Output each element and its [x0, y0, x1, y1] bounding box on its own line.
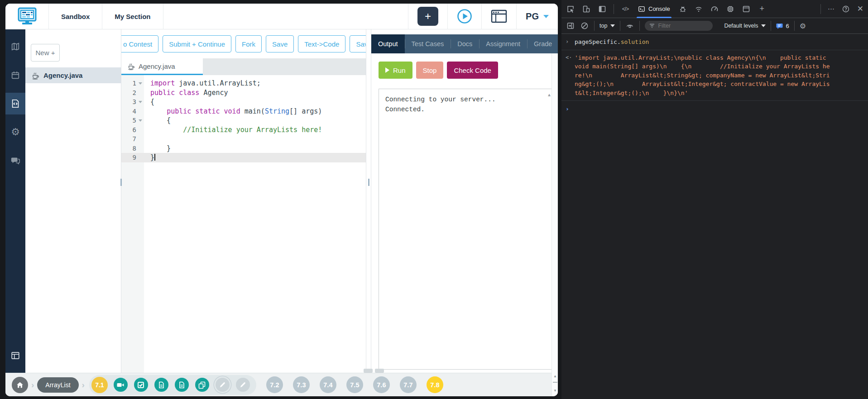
more-options-icon[interactable]: ⋯	[828, 5, 834, 13]
console-result-row[interactable]: <· 'import java.util.ArrayList;\npublic …	[561, 50, 868, 101]
code-area[interactable]: 1import java.util.ArrayList;2public clas…	[121, 75, 366, 373]
performance-gauge-icon[interactable]	[710, 5, 719, 14]
lesson-badge-7-5[interactable]: 7.5	[346, 376, 363, 393]
tab-console[interactable]: Console	[637, 0, 671, 18]
home-button[interactable]	[12, 377, 28, 393]
sidebar-item-map[interactable]	[5, 36, 25, 57]
pencil-icon[interactable]	[236, 378, 250, 392]
scroll-up-icon[interactable]: ▲	[552, 374, 558, 378]
editor-toolbar-submit-continue-button[interactable]: Submit + Continue	[163, 35, 231, 52]
output-tab-test-cases[interactable]: Test Cases	[405, 34, 451, 53]
clear-console-icon[interactable]	[580, 21, 589, 30]
editor-toolbar-text-code-button[interactable]: Text->Code	[298, 35, 345, 52]
h-scroll-handle[interactable]	[375, 369, 384, 373]
document-icon[interactable]	[175, 378, 189, 392]
browser-window-icon[interactable]	[491, 9, 507, 24]
codehs-logo[interactable]	[5, 4, 49, 29]
console-prompt[interactable]: ›	[561, 101, 868, 116]
scroll-down-icon[interactable]: ▼	[552, 389, 558, 393]
console-settings-gear-icon[interactable]: ⚙	[800, 22, 806, 30]
lesson-badge-7-1[interactable]: 7.1	[91, 377, 108, 393]
editor-toolbar-save-button[interactable]: Save	[266, 35, 294, 52]
run-button[interactable]: Run	[379, 62, 412, 79]
editor-toolbar-save-button[interactable]: Save	[350, 35, 366, 52]
output-tab-docs[interactable]: Docs	[451, 34, 479, 53]
sidebar-item-calendar[interactable]	[5, 64, 25, 86]
tab-sandbox[interactable]: Sandbox	[49, 4, 102, 29]
video-icon[interactable]	[114, 378, 128, 392]
output-tab-grade[interactable]: Grade	[527, 34, 558, 53]
copy-icon[interactable]	[195, 378, 209, 392]
code-line-4[interactable]: 4 public static void main(String[] args)	[121, 107, 366, 116]
fold-arrow-icon[interactable]	[139, 82, 142, 85]
device-toolbar-icon[interactable]	[582, 5, 591, 14]
editor-toolbar-o-contest-button[interactable]: o Contest	[121, 35, 158, 52]
fold-arrow-icon[interactable]	[139, 119, 142, 122]
help-icon[interactable]	[841, 5, 850, 14]
editor-output-splitter[interactable]	[366, 29, 371, 373]
bug-icon[interactable]	[678, 5, 687, 14]
sidebar-item-settings[interactable]: ⚙	[5, 121, 25, 143]
scroll-up-icon[interactable]: ▲	[548, 90, 551, 100]
play-circle-icon[interactable]	[457, 9, 472, 24]
console-sidebar-icon[interactable]	[566, 21, 575, 30]
new-item-button[interactable]: +	[417, 7, 438, 26]
check-square-icon[interactable]	[134, 378, 148, 392]
code-line-5[interactable]: 5 {	[121, 116, 366, 125]
lesson-badge-7-3[interactable]: 7.3	[293, 376, 310, 393]
code-line-1[interactable]: 1import java.util.ArrayList;	[121, 79, 366, 88]
page-scrollbar[interactable]: ▲ ▼	[551, 53, 558, 396]
output-tab-assignment[interactable]: Assignment	[479, 34, 527, 53]
lesson-badge-7-7[interactable]: 7.7	[400, 376, 417, 393]
close-icon[interactable]: ✕	[857, 4, 863, 14]
console-filter[interactable]	[645, 21, 713, 31]
more-tabs-plus-icon[interactable]: +	[758, 5, 767, 14]
code-line-7[interactable]: 7	[121, 134, 366, 144]
profile-menu[interactable]: PG	[516, 4, 558, 29]
code-line-6[interactable]: 6 //Initialize your ArrayLists here!	[121, 125, 366, 135]
console-log-area[interactable]: › pageSpecific.solution <· 'import java.…	[561, 34, 868, 116]
editor-toolbar-fork-button[interactable]: Fork	[235, 35, 262, 52]
pencil-icon[interactable]	[216, 378, 230, 392]
result-string: 'import java.util.ArrayList;\npublic cla…	[575, 53, 830, 98]
console-command-row[interactable]: › pageSpecific.solution	[561, 34, 868, 50]
splitter-grip[interactable]	[368, 179, 369, 186]
lesson-badge-7-6[interactable]: 7.6	[373, 376, 390, 393]
filter-input[interactable]	[658, 23, 703, 29]
code-line-2[interactable]: 2public class Agency	[121, 88, 366, 98]
inspect-element-icon[interactable]	[566, 5, 575, 14]
editor-tab-strip: Agency.java	[121, 58, 366, 75]
output-tab-output[interactable]: Output	[371, 34, 405, 53]
lesson-badge-7-4[interactable]: 7.4	[320, 376, 336, 393]
network-wifi-icon[interactable]	[694, 5, 703, 14]
dock-side-icon[interactable]	[598, 5, 607, 14]
code-line-8[interactable]: 8 }	[121, 144, 366, 153]
tab-my-section[interactable]: My Section	[102, 4, 163, 29]
breadcrumb-module[interactable]: ArrayList	[37, 377, 78, 393]
h-scroll-handle[interactable]	[364, 369, 373, 373]
code-line-9[interactable]: 9}	[121, 153, 366, 162]
application-panel-icon[interactable]	[742, 5, 751, 14]
document-icon[interactable]	[154, 378, 168, 392]
program-output-console[interactable]: Connecting to your server... Connected. …	[379, 89, 552, 370]
lesson-badge-7-2[interactable]: 7.2	[266, 376, 283, 393]
stop-button[interactable]: Stop	[416, 62, 444, 79]
log-levels-selector[interactable]: Default levels	[724, 23, 766, 29]
elements-panel-icon[interactable]: </>	[621, 5, 630, 14]
sidebar-item-chat[interactable]	[5, 150, 25, 171]
check-code-button[interactable]: Check Code	[447, 62, 498, 79]
lesson-badge-7-8[interactable]: 7.8	[427, 376, 443, 393]
file-item-agency-java[interactable]: Agency.java	[25, 67, 121, 83]
fold-arrow-icon[interactable]	[139, 101, 142, 103]
sidebar-item-layout[interactable]	[5, 345, 25, 366]
scrollbar-thumb[interactable]	[553, 382, 557, 383]
memory-chip-icon[interactable]	[726, 5, 735, 14]
context-selector[interactable]: top	[599, 23, 615, 29]
panel-resize-handle[interactable]	[120, 179, 122, 186]
new-file-button[interactable]: New +	[31, 44, 60, 62]
issues-counter[interactable]: 6	[776, 23, 789, 29]
sidebar-item-code[interactable]	[5, 93, 25, 114]
editor-tab-agency-java[interactable]: Agency.java	[121, 58, 203, 75]
live-expression-eye-icon[interactable]	[625, 21, 634, 30]
code-line-3[interactable]: 3{	[121, 97, 366, 107]
